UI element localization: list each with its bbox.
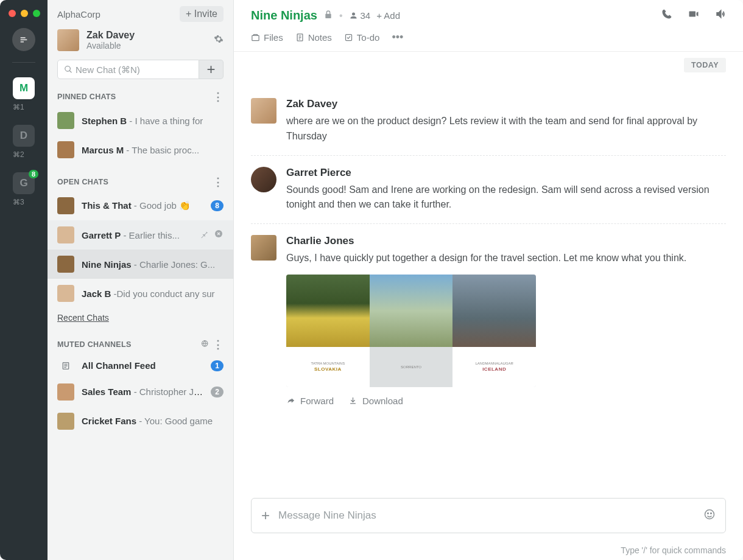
svg-point-8 [711,513,712,514]
download-button[interactable]: Download [348,396,403,406]
video-icon[interactable] [688,9,699,23]
chat-name: Nine Ninjas [82,259,132,270]
date-divider: TODAY [684,58,726,72]
pin-icon[interactable] [199,229,209,241]
chat-avatar [57,141,74,158]
chat-item[interactable]: Garrett P - Earlier this... [48,220,233,250]
chat-name: Jack B [82,289,111,299]
message: Zak Daveywhere are we on the product des… [251,87,726,156]
chat-name: Cricket Fans [82,416,136,426]
emoji-icon[interactable] [703,508,716,523]
message-author[interactable]: Charlie Jones [286,235,726,247]
minimize-icon[interactable] [21,10,28,17]
chat-avatar [57,413,74,430]
message-text: Sounds good! Sam and Irene are working o… [286,183,726,213]
chat-name: Marcus M [82,145,124,155]
attachment[interactable]: TATRA MOUNTAINSSLOVAKIASORRENTOLANDMANNA… [286,275,726,406]
shortcut-label: ⌘1 [13,103,35,111]
app-logo[interactable] [12,28,35,51]
chat-item[interactable]: Sales Team - Christopher J: d.2 [48,377,233,407]
message-input[interactable]: + [251,498,726,533]
chat-name: Garrett P [82,230,121,240]
close-icon[interactable] [214,229,224,241]
rail-divider [12,62,35,63]
unread-badge: 8 [211,200,224,211]
svg-rect-3 [252,35,259,40]
shortcut-label: ⌘2 [13,150,35,159]
window-controls [9,10,40,17]
tab-files[interactable]: Files [251,32,283,43]
chat-preview: - I have a thing for [129,116,203,126]
invite-button[interactable]: + Invite [180,6,224,22]
user-status[interactable]: Available [86,41,206,51]
new-chat-button[interactable]: + [199,60,224,79]
message-avatar[interactable] [251,98,276,124]
chat-item[interactable]: Jack B -Did you conduct any sur [48,279,233,308]
chat-avatar [57,383,74,401]
message-avatar[interactable] [251,167,276,192]
sidebar: AlphaCorp + Invite Zak Davey Available + [48,0,234,560]
close-icon[interactable] [9,10,16,17]
recent-chats-link[interactable]: Recent Chats [48,308,233,327]
chat-item[interactable]: This & That - Good job 👏8 [48,191,233,220]
workspace-g[interactable]: G8 [13,172,35,194]
svg-point-7 [708,513,709,514]
search-input[interactable] [57,60,199,79]
user-name: Zak Davey [86,30,206,41]
more-icon[interactable]: ⋮ [213,93,224,100]
gear-icon[interactable] [214,34,224,46]
unread-badge: 1 [211,360,224,371]
org-name[interactable]: AlphaCorp [57,9,100,19]
chat-panel: Nine Ninjas • 34 + Add Files Notes To-do… [234,0,743,560]
chat-item[interactable]: All Channel Feed1 [48,354,233,377]
tab-notes[interactable]: Notes [295,32,332,43]
message-list[interactable]: Zak Daveywhere are we on the product des… [234,72,743,498]
svg-point-6 [705,509,714,519]
message-author[interactable]: Garret Pierce [286,167,726,179]
workspace-rail: M⌘1D⌘2G8⌘3 [0,0,48,560]
member-count[interactable]: 34 [349,10,371,21]
chat-name: Stephen B [82,116,127,126]
chat-name: This & That [82,200,132,211]
add-member-button[interactable]: + Add [376,10,400,21]
chat-item[interactable]: Cricket Fans - You: Good game [48,407,233,436]
unread-badge: 2 [211,387,224,397]
chat-preview: - Christopher J: d. [134,387,204,397]
tab-todo[interactable]: To-do [344,32,380,43]
open-chats-heading: OPEN CHATS [57,178,108,186]
more-icon[interactable]: ⋮ [213,178,224,186]
chat-avatar [57,197,74,214]
workspace-d[interactable]: D [13,125,35,147]
shortcut-label: ⌘3 [13,198,35,206]
call-icon[interactable] [661,9,672,23]
unread-badge: 8 [29,170,38,178]
forward-button[interactable]: Forward [286,396,334,406]
chat-preview: - The basic proc... [126,145,199,155]
more-icon[interactable]: ••• [392,31,403,44]
feed-icon [57,361,74,371]
workspace-m[interactable]: M [13,77,35,99]
more-icon[interactable]: ⋮ [213,341,224,348]
chat-avatar [57,256,74,273]
search-icon [64,65,73,74]
message-text: Guys, I have quickly put together a desi… [286,251,726,266]
plus-icon[interactable]: + [261,507,270,524]
chat-item[interactable]: Stephen B - I have a thing for [48,106,233,135]
chat-title[interactable]: Nine Ninjas [251,9,317,23]
composer-hint: Type '/' for quick commands [234,541,743,560]
chat-preview: - Earlier this... [123,230,180,240]
pinned-chats-heading: PINNED CHATS [57,93,116,101]
chat-avatar [57,285,74,302]
chat-item[interactable]: Marcus M - The basic proc... [48,135,233,164]
chat-item[interactable]: Nine Ninjas - Charlie Jones: G... [48,250,233,279]
chat-name: All Channel Feed [82,360,156,371]
message-author[interactable]: Zak Davey [286,98,726,110]
user-avatar[interactable] [57,29,79,51]
volume-icon[interactable] [715,9,726,23]
chat-preview: - Charlie Jones: G... [134,259,215,270]
message: Charlie JonesGuys, I have quickly put to… [251,224,726,417]
globe-icon[interactable] [201,340,209,349]
svg-rect-5 [345,35,351,41]
message-avatar[interactable] [251,235,276,261]
maximize-icon[interactable] [33,10,40,17]
